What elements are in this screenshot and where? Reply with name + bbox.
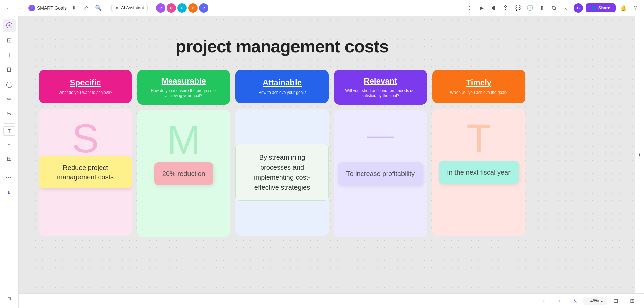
topbar-left: ← ≡ SMART Goals ⬇ ◇ 🔍 ✦ AI Assistant P P…: [4, 3, 462, 13]
sidebar-item-text[interactable]: T: [3, 48, 16, 62]
timer-icon[interactable]: ⏱: [501, 3, 511, 13]
search-button[interactable]: 🔍: [94, 3, 103, 13]
header-attainable[interactable]: Attainable How to achieve your goal?: [235, 70, 328, 103]
collab-user-5[interactable]: P: [199, 3, 208, 13]
timely-note[interactable]: In the next fiscal year: [439, 161, 519, 184]
panel-specific[interactable]: S Reduce project management costs: [39, 109, 132, 236]
zoom-control[interactable]: − 48% ⌄: [583, 297, 607, 305]
header-specific-label: Specific: [70, 78, 101, 87]
collab-user-4[interactable]: P: [188, 3, 198, 13]
panel-measurable[interactable]: M 20% reduction: [137, 110, 230, 237]
col-attainable: Attainable How to achieve your goal? By …: [235, 70, 328, 237]
header-specific[interactable]: Specific What do you want to achieve?: [39, 70, 132, 103]
header-relevant-label: Relevant: [364, 76, 397, 86]
sidebar-item-frame[interactable]: ⊡: [3, 34, 16, 47]
help-icon[interactable]: ?: [631, 3, 640, 13]
undo-button[interactable]: ↩: [540, 296, 550, 306]
zoom-fit-button[interactable]: ⊡: [610, 296, 621, 306]
panel-timely[interactable]: T In the next fiscal year: [432, 109, 525, 236]
clock-icon[interactable]: 🕐: [525, 3, 535, 13]
app-title-area: SMART Goals: [28, 5, 67, 11]
header-specific-sublabel: What do you want to achieve?: [58, 90, 112, 95]
present-icon[interactable]: ▶: [477, 3, 486, 13]
share-button[interactable]: 👤 Share: [586, 3, 616, 12]
sidebar-item-template[interactable]: b: [3, 186, 16, 199]
collab-user-3[interactable]: E: [177, 3, 187, 13]
collab-user-2[interactable]: P: [167, 3, 176, 13]
sidebar-item-shape[interactable]: ◯: [3, 78, 16, 91]
page-title: project management costs: [39, 36, 525, 56]
svg-point-0: [8, 25, 10, 26]
tag-button[interactable]: ◇: [82, 3, 91, 13]
sidebar-item-text2[interactable]: T: [3, 126, 15, 136]
panel-relevant[interactable]: — To increase profitability: [334, 110, 427, 237]
back-button[interactable]: ←: [4, 3, 13, 13]
header-attainable-sublabel: How to achieve your goal?: [258, 90, 306, 95]
measurable-note[interactable]: 20% reduction: [154, 162, 213, 185]
sidebar-item-more[interactable]: •••: [3, 171, 16, 184]
zoom-minus-icon[interactable]: −: [586, 298, 589, 303]
header-relevant[interactable]: Relevant Will your short and long-term n…: [334, 70, 427, 105]
header-timely-sublabel: When will you achieve the goal?: [450, 90, 507, 95]
relevant-note-text: To increase profitability: [346, 170, 414, 177]
sidebar-item-note[interactable]: 🗒: [3, 63, 16, 76]
ai-assistant-button[interactable]: ✦ AI Assistant: [111, 4, 148, 12]
comment-icon[interactable]: 💬: [513, 3, 523, 13]
ai-label: AI Assistant: [121, 5, 144, 10]
header-measurable[interactable]: Measurable How do you measure the progre…: [137, 70, 230, 105]
specific-note[interactable]: Reduce project management costs: [39, 156, 132, 188]
bottombar: ↩ ↪ ↖ − 48% ⌄ ⊡ ⊞: [19, 293, 644, 308]
relevant-ghost-icon: —: [367, 120, 394, 151]
panel-attainable[interactable]: By streamlining processes and implementi…: [235, 109, 328, 236]
topbar-right: ⟩ ▶ ⏺ ⏱ 💬 🕐 ⬆ ⧉ ⌄ B 👤 Share 🔔 ?: [465, 3, 640, 13]
info-icon[interactable]: ℹ: [634, 149, 644, 160]
collab-user-1[interactable]: P: [156, 3, 165, 13]
header-measurable-sublabel: How do you measure the progress of achie…: [143, 88, 225, 98]
specific-note-text: Reduce project management costs: [57, 164, 114, 181]
sidebar-sep-2: [4, 168, 15, 168]
cursor-icon[interactable]: ↖: [570, 296, 580, 306]
sidebar-item-table[interactable]: ⊞: [3, 152, 16, 165]
header-timely[interactable]: Timely When will you achieve the goal?: [432, 70, 525, 103]
divider: [107, 5, 107, 11]
bottombar-divider: [567, 298, 567, 304]
specific-ghost-icon: S: [72, 115, 99, 162]
expand-icon[interactable]: ⟩: [465, 3, 474, 13]
menu-button[interactable]: ≡: [16, 3, 25, 13]
sidebar-item-paint[interactable]: [3, 19, 16, 32]
sidebar-item-bottom[interactable]: ⊡: [3, 292, 16, 305]
download-button[interactable]: ⬇: [69, 3, 79, 13]
divider2: [152, 5, 152, 11]
zoom-label: 48%: [590, 298, 599, 303]
export-icon[interactable]: ⬆: [537, 3, 547, 13]
zoom-chevron-icon[interactable]: ⌄: [600, 298, 604, 303]
share-label: Share: [598, 5, 610, 10]
right-sidebar: ℹ: [635, 16, 644, 293]
user-avatar[interactable]: B: [574, 3, 583, 13]
grid-button[interactable]: ⊞: [627, 296, 637, 306]
record-icon[interactable]: ⏺: [489, 3, 498, 13]
filter-icon[interactable]: ⧉: [549, 3, 559, 13]
left-sidebar: ⊡ T 🗒 ◯ ✏ ✂ T ≡ ⊞ ••• b ⊡: [0, 16, 19, 308]
sidebar-item-pen[interactable]: ✏: [3, 93, 16, 106]
chevron-icon[interactable]: ⌄: [561, 3, 571, 13]
header-relevant-sublabel: Will your short and long-term needs get …: [339, 88, 422, 98]
redo-button[interactable]: ↪: [553, 296, 564, 306]
header-timely-label: Timely: [466, 78, 492, 87]
col-relevant: Relevant Will your short and long-term n…: [334, 70, 427, 237]
sidebar-item-scissors[interactable]: ✂: [3, 107, 16, 121]
bell-icon[interactable]: 🔔: [619, 3, 628, 13]
measurable-note-text: 20% reduction: [162, 170, 205, 177]
col-specific: Specific What do you want to achieve? S …: [39, 70, 132, 237]
collab-icons: P P E P P: [156, 3, 208, 13]
sidebar-sep-1: [4, 123, 15, 124]
ai-logo-icon: ✦: [115, 5, 119, 11]
bottombar-divider2: [624, 298, 624, 304]
relevant-note[interactable]: To increase profitability: [338, 162, 422, 185]
sidebar-item-list[interactable]: ≡: [3, 137, 16, 150]
header-attainable-label: Attainable: [263, 78, 302, 87]
share-icon: 👤: [591, 5, 596, 10]
attainable-note[interactable]: By streamlining processes and implementi…: [235, 144, 328, 201]
canvas-area[interactable]: project management costs Specific What d…: [19, 16, 644, 308]
timely-note-text: In the next fiscal year: [447, 169, 511, 176]
